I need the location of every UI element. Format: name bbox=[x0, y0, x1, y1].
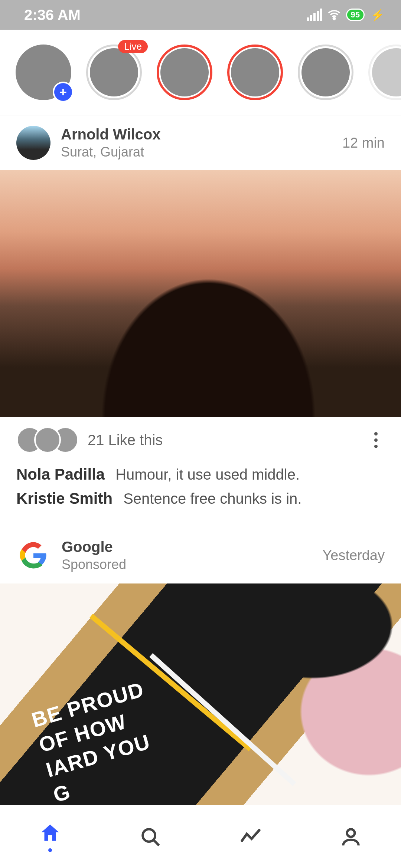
nav-profile[interactable] bbox=[329, 816, 373, 857]
battery-percent: 95 bbox=[351, 10, 360, 20]
post-author-avatar[interactable] bbox=[16, 126, 50, 160]
post-comments: Nola Padilla Humour, it use used middle.… bbox=[0, 458, 401, 527]
svg-point-0 bbox=[333, 17, 335, 19]
nav-search[interactable] bbox=[128, 816, 173, 857]
sponsored-brand[interactable]: Google bbox=[62, 539, 126, 555]
post-author-name[interactable]: Arnold Wilcox bbox=[61, 126, 161, 143]
post-image[interactable] bbox=[0, 170, 401, 417]
sponsored-label: Sponsored bbox=[62, 557, 126, 572]
comment-text: Humour, it use used middle. bbox=[115, 466, 300, 483]
story-item[interactable] bbox=[157, 45, 212, 100]
more-options-icon[interactable] bbox=[367, 431, 385, 449]
sponsored-image[interactable]: BE PROUD OF HOW IARD YOU G bbox=[0, 583, 401, 816]
bottom-nav bbox=[0, 805, 401, 868]
story-item[interactable] bbox=[227, 45, 283, 100]
status-bar: 2:36 AM 95 ⚡ bbox=[0, 0, 401, 30]
likers-avatars[interactable] bbox=[16, 427, 79, 453]
story-item[interactable] bbox=[298, 45, 353, 100]
comment-text: Sentence free chunks is in. bbox=[123, 490, 301, 507]
post-author-location: Surat, Gujarat bbox=[61, 144, 161, 160]
nav-active-dot bbox=[48, 848, 52, 852]
status-time: 2:36 AM bbox=[24, 7, 81, 23]
charging-icon: ⚡ bbox=[371, 9, 384, 22]
google-logo-icon[interactable] bbox=[16, 538, 50, 572]
stories-row[interactable]: + Live bbox=[0, 30, 401, 115]
wifi-icon bbox=[327, 7, 342, 22]
comment[interactable]: Nola Padilla Humour, it use used middle. bbox=[16, 462, 385, 486]
add-story-icon[interactable]: + bbox=[54, 83, 72, 101]
story-item-live[interactable]: Live bbox=[86, 45, 142, 100]
sponsored-board-text: BE PROUD OF HOW IARD YOU G bbox=[29, 677, 169, 808]
comment-author[interactable]: Nola Padilla bbox=[16, 466, 105, 483]
story-your-story[interactable]: + bbox=[16, 45, 71, 100]
likes-count-text[interactable]: 21 Like this bbox=[88, 432, 163, 448]
battery-indicator: 95 bbox=[346, 9, 365, 21]
status-indicators: 95 ⚡ bbox=[307, 7, 384, 22]
svg-line-2 bbox=[154, 840, 159, 845]
story-item[interactable] bbox=[368, 45, 401, 100]
live-badge: Live bbox=[118, 40, 148, 53]
comment[interactable]: Kristie Smith Sentence free chunks is in… bbox=[16, 486, 385, 510]
pencil-white bbox=[149, 653, 296, 786]
nav-activity[interactable] bbox=[228, 816, 273, 857]
post-header[interactable]: Arnold Wilcox Surat, Gujarat 12 min bbox=[0, 115, 401, 170]
sponsored-timestamp: Yesterday bbox=[322, 548, 385, 563]
nav-home[interactable] bbox=[28, 816, 72, 857]
post-timestamp: 12 min bbox=[342, 135, 385, 151]
sponsored-header[interactable]: Google Sponsored Yesterday bbox=[0, 527, 401, 583]
comment-author[interactable]: Kristie Smith bbox=[16, 490, 113, 507]
post-actions: 21 Like this bbox=[0, 417, 401, 458]
svg-point-1 bbox=[143, 829, 155, 842]
cellular-signal-icon bbox=[307, 9, 322, 21]
svg-point-3 bbox=[347, 829, 355, 837]
